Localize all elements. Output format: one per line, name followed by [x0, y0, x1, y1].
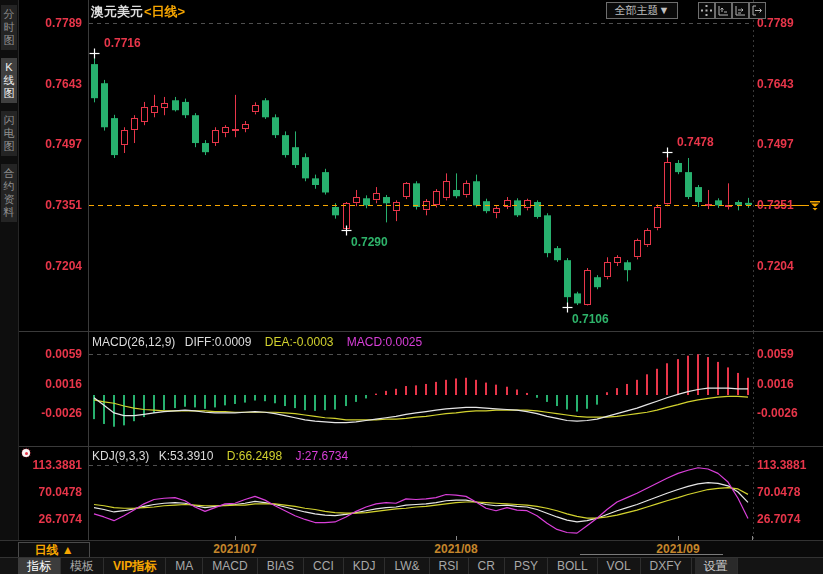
axis-tick-label: 0.0016	[757, 377, 794, 391]
macd-panel-chart[interactable]	[0, 332, 823, 447]
kdj-j-value: J:27.6734	[296, 449, 349, 463]
macd-header: MACD(26,12,9) DIFF:0.0009 DEA:-0.0003 MA…	[92, 335, 422, 349]
macd-diff-value: DIFF:0.0009	[185, 335, 252, 349]
axis-tick-label: 26.7074	[757, 512, 800, 526]
indicator-tab-bar: 指标模板VIP指标MAMACDBIASCCIKDJLW&RSICRPSYBOLL…	[0, 557, 823, 574]
tab-CCI[interactable]: CCI	[304, 558, 344, 574]
timeframe-label: 日线	[34, 543, 58, 557]
tab-模板[interactable]: 模板	[61, 558, 104, 574]
axis-tick-label: -0.0026	[14, 406, 82, 420]
kdj-header: KDJ(9,3,3) K:53.3910 D:66.2498 J:27.6734	[92, 449, 348, 463]
tab-BOLL[interactable]: BOLL	[548, 558, 598, 574]
tab-RSI[interactable]: RSI	[430, 558, 469, 574]
tab-DXFY[interactable]: DXFY	[641, 558, 692, 574]
sidebar-item-3[interactable]: 合约资料	[1, 164, 17, 222]
axis-tick-label: 0.7204	[14, 259, 82, 273]
macd-macd-value: MACD:0.0025	[347, 335, 422, 349]
tab-VOL[interactable]: VOL	[598, 558, 641, 574]
tab-KDJ[interactable]: KDJ	[344, 558, 386, 574]
x-axis-label: 2021/08	[420, 542, 492, 556]
axis-tick-label: 0.0059	[14, 347, 82, 361]
x-axis-label: 2021/07	[199, 542, 271, 556]
kdj-d-value: D:66.2498	[227, 449, 282, 463]
axis-tick-label: 0.7497	[757, 137, 794, 151]
tab-PSY[interactable]: PSY	[505, 558, 548, 574]
chevron-up-icon: ▲	[62, 543, 74, 557]
tab-指标[interactable]: 指标	[18, 558, 61, 574]
price-flag-icon	[810, 199, 821, 217]
axis-tick-label: -0.0026	[757, 406, 798, 420]
chart-title: 澳元美元<日线>	[91, 3, 185, 21]
axis-tick-label: 0.7351	[14, 198, 82, 212]
scrollbar[interactable]	[580, 554, 723, 555]
theme-dropdown[interactable]: 全部主题▼	[606, 2, 678, 19]
axis-tick-label: 0.7351	[757, 198, 794, 212]
fit-vertical-icon[interactable]	[715, 2, 732, 19]
period-tag: <日线>	[144, 4, 185, 19]
price-annotation: 0.7478	[677, 135, 714, 149]
tab-LW&[interactable]: LW&	[385, 558, 429, 574]
kdj-k-value: K:53.3910	[159, 449, 214, 463]
kdj-params: KDJ(9,3,3)	[92, 449, 149, 463]
tab-设置[interactable]: 设置	[695, 558, 738, 574]
axis-tick-label: 70.0478	[757, 485, 800, 499]
sidebar-item-1[interactable]: K线图	[1, 58, 17, 103]
sidebar-item-0[interactable]: 分时图	[1, 5, 17, 50]
fit-horizontal-icon[interactable]	[732, 2, 749, 19]
axis-tick-label: 70.0478	[14, 485, 82, 499]
axis-tick-label: 0.7204	[757, 259, 794, 273]
axis-tick-label: 0.0016	[14, 377, 82, 391]
axis-tick-label: 26.7074	[14, 512, 82, 526]
price-annotation: 0.7290	[351, 235, 388, 249]
pan-icon[interactable]	[698, 2, 715, 19]
tab-BIAS[interactable]: BIAS	[258, 558, 304, 574]
symbol-name: 澳元美元	[91, 4, 143, 19]
sidebar: 分时图K线图闪电图合约资料	[0, 0, 19, 540]
axis-tick-label: 0.7643	[14, 77, 82, 91]
axis-tick-label: 0.0059	[757, 347, 794, 361]
kdj-alert-icon[interactable]: ✹	[18, 445, 34, 461]
export-icon[interactable]	[749, 2, 766, 19]
tab-VIP指标[interactable]: VIP指标	[104, 558, 166, 574]
sidebar-item-2[interactable]: 闪电图	[1, 111, 17, 156]
macd-params: MACD(26,12,9)	[92, 335, 175, 349]
macd-dea-value: DEA:-0.0003	[265, 335, 334, 349]
chevron-down-icon: ▼	[659, 4, 670, 16]
chart-app: 分时图K线图闪电图合约资料 澳元美元<日线> 全部主题▼ MACD(26,12,…	[0, 0, 823, 574]
axis-tick-label: 0.7789	[14, 16, 82, 30]
axis-tick-label: 113.3881	[757, 458, 806, 472]
date-axis: 日线 ▲ 2021/072021/082021/09	[0, 540, 823, 557]
axis-tick-label: 0.7643	[757, 77, 794, 91]
theme-dropdown-label: 全部主题	[615, 4, 659, 16]
timeframe-selector[interactable]: 日线 ▲	[18, 542, 90, 558]
tab-MACD[interactable]: MACD	[203, 558, 257, 574]
price-annotation: 0.7716	[104, 36, 141, 50]
axis-tick-label: 0.7497	[14, 137, 82, 151]
tab-MA[interactable]: MA	[166, 558, 203, 574]
tab-CR[interactable]: CR	[469, 558, 505, 574]
price-annotation: 0.7106	[572, 312, 609, 326]
